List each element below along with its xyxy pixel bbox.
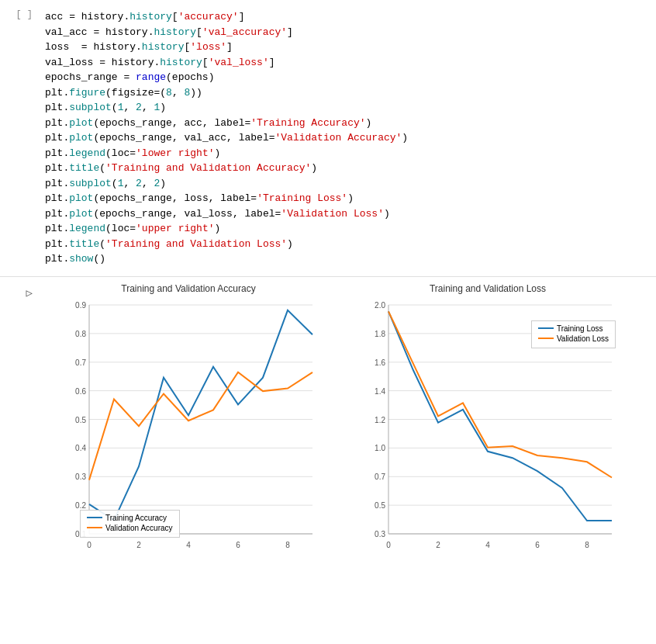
legend-item: Validation Loss: [538, 334, 609, 343]
code-cell: [ ] acc = history.history['accuracy']val…: [0, 0, 656, 277]
svg-text:2.0: 2.0: [375, 301, 385, 310]
svg-text:0.5: 0.5: [375, 501, 385, 510]
svg-text:0.5: 0.5: [75, 415, 86, 424]
svg-text:1.0: 1.0: [375, 444, 385, 452]
output-gutter: ▷: [0, 280, 39, 564]
svg-text:1.4: 1.4: [375, 386, 385, 395]
svg-text:6: 6: [535, 541, 540, 549]
svg-text:4: 4: [485, 541, 490, 549]
accuracy-chart-wrapper: Training and Validation Accuracy 0.10.20…: [45, 283, 332, 561]
svg-text:0.8: 0.8: [75, 329, 86, 338]
output-content: Training and Validation Accuracy 0.10.20…: [39, 280, 656, 564]
accuracy-chart-area: 0.10.20.30.40.50.60.70.80.902468 Trainin…: [57, 297, 320, 561]
loss-chart-title: Training and Validation Loss: [430, 283, 546, 294]
svg-text:2: 2: [436, 541, 440, 549]
accuracy-legend: Training Accuracy Validation Accuracy: [80, 510, 180, 538]
svg-text:1.2: 1.2: [375, 415, 385, 424]
svg-text:0.6: 0.6: [75, 386, 86, 395]
legend-item: Validation Accuracy: [87, 524, 173, 532]
svg-text:0.7: 0.7: [375, 473, 385, 481]
svg-text:8: 8: [285, 541, 290, 549]
svg-text:0.4: 0.4: [75, 444, 86, 452]
svg-text:0.2: 0.2: [75, 501, 86, 510]
legend-item: Training Loss: [538, 324, 609, 333]
loss-legend: Training Loss Validation Loss: [531, 320, 616, 348]
svg-text:2: 2: [136, 541, 141, 549]
loss-chart-wrapper: Training and Validation Loss 0.30.50.71.…: [344, 283, 631, 561]
svg-text:0.3: 0.3: [75, 473, 86, 481]
svg-text:0.9: 0.9: [75, 301, 86, 310]
svg-text:0.3: 0.3: [375, 530, 385, 538]
svg-text:6: 6: [236, 541, 240, 549]
svg-text:0.7: 0.7: [75, 358, 86, 366]
svg-text:1.6: 1.6: [375, 358, 385, 366]
output-run-icon: ▷: [26, 286, 33, 299]
svg-text:4: 4: [186, 541, 191, 549]
legend-item: Training Accuracy: [87, 514, 173, 522]
cell-label: [ ]: [0, 6, 39, 270]
svg-text:0: 0: [87, 541, 91, 549]
accuracy-chart-title: Training and Validation Accuracy: [121, 283, 255, 294]
svg-text:1.8: 1.8: [375, 329, 385, 338]
loss-chart-area: 0.30.50.71.01.21.41.61.82.002468 Trainin…: [356, 297, 620, 561]
svg-text:8: 8: [585, 541, 589, 549]
output-cell: ▷ Training and Validation Accuracy 0.10.…: [0, 277, 656, 567]
code-block[interactable]: acc = history.history['accuracy']val_acc…: [39, 6, 656, 270]
svg-text:0: 0: [386, 541, 391, 549]
